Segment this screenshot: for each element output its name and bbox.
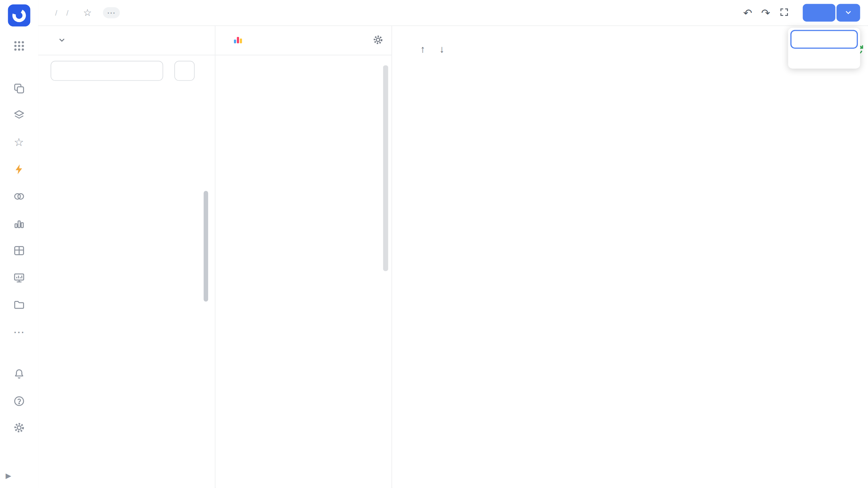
undo-icon[interactable]: ↶ xyxy=(743,7,752,18)
workbooks-icon[interactable] xyxy=(0,76,38,101)
menu-item-save-as-copy[interactable] xyxy=(791,31,856,47)
top-bar: / / ☆ ⋯ ↶ ↷ xyxy=(38,0,868,26)
help-question-icon[interactable] xyxy=(0,389,38,413)
chart-config-panel xyxy=(215,26,392,488)
folder-icon[interactable] xyxy=(0,293,38,317)
favorite-star-icon[interactable]: ☆ xyxy=(83,7,92,18)
settings-gear-icon[interactable] xyxy=(0,415,38,440)
app-window: ☆ ⋯ ▶ / xyxy=(0,0,868,488)
dataset-panel xyxy=(38,26,216,488)
stacked-column-chart xyxy=(415,68,862,381)
column-chart-icon[interactable] xyxy=(232,34,243,47)
dataset-panel-header xyxy=(38,26,215,56)
collapse-rail-icon[interactable]: ▶ xyxy=(6,471,12,480)
dashboards-monitor-icon[interactable] xyxy=(0,266,38,290)
apps-grid-icon[interactable] xyxy=(0,34,38,58)
chart-preview-panel: ↑ ↓ xyxy=(392,26,868,488)
search-input[interactable] xyxy=(51,61,163,81)
sort-ascending-icon[interactable]: ↑ xyxy=(420,44,425,55)
notifications-bell-icon[interactable] xyxy=(0,362,38,386)
datasets-chart-icon[interactable] xyxy=(0,211,38,236)
field-list xyxy=(38,86,215,488)
breadcrumb: / / ☆ ⋯ xyxy=(51,7,120,18)
redo-icon[interactable]: ↷ xyxy=(761,7,770,18)
sort-descending-icon[interactable]: ↓ xyxy=(439,44,445,55)
config-panel-scrollbar[interactable] xyxy=(383,65,388,271)
chart-type-header xyxy=(215,26,391,56)
connections-icon[interactable] xyxy=(0,184,38,209)
save-menu xyxy=(788,28,860,69)
fullscreen-icon xyxy=(779,7,789,18)
menu-item-save-as-draft[interactable] xyxy=(791,49,856,65)
save-menu-chevron-button[interactable] xyxy=(836,4,860,21)
chevron-down-icon xyxy=(844,7,853,18)
field-search-row xyxy=(38,55,215,81)
breadcrumb-separator: / xyxy=(66,8,68,17)
save-button[interactable] xyxy=(803,4,835,21)
left-rail: ☆ ⋯ ▶ xyxy=(0,0,39,488)
more-services-icon[interactable]: ⋯ xyxy=(0,320,38,344)
charts-grid-icon[interactable] xyxy=(0,239,38,263)
chart-settings-gear-icon[interactable] xyxy=(372,34,383,47)
field-list-scrollbar[interactable] xyxy=(204,191,208,302)
chevron-down-icon[interactable] xyxy=(57,35,66,46)
favorites-star-icon[interactable]: ☆ xyxy=(0,130,38,155)
editor-lightning-icon[interactable] xyxy=(0,157,38,182)
add-field-button[interactable] xyxy=(174,61,195,81)
more-actions-icon[interactable]: ⋯ xyxy=(103,7,120,18)
breadcrumb-separator: / xyxy=(55,8,57,17)
collections-icon[interactable] xyxy=(0,103,38,127)
fullscreen-button[interactable] xyxy=(779,7,794,18)
datalens-logo[interactable] xyxy=(8,4,30,26)
